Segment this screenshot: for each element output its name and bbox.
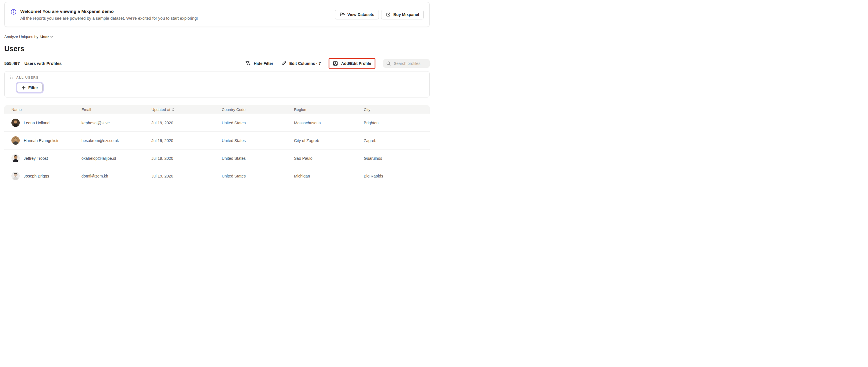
view-datasets-button[interactable]: View Datasets xyxy=(335,10,379,20)
table-row[interactable]: Leona Holland kephesaj@si.ve Jul 19, 202… xyxy=(4,114,430,132)
table-body: Leona Holland kephesaj@si.ve Jul 19, 202… xyxy=(4,114,430,183)
cell-email: hesakrem@ezi.co.uk xyxy=(82,138,151,143)
search-profiles-box[interactable] xyxy=(383,59,430,68)
column-header-city[interactable]: City xyxy=(364,108,430,112)
banner-title: Welcome! You are viewing a Mixpanel demo xyxy=(20,9,198,14)
table-header-row: Name Email Updated at Country Code Regio… xyxy=(4,105,430,114)
external-link-icon xyxy=(386,12,391,17)
analyze-by-label: Analyze Uniques by xyxy=(4,35,38,39)
cell-updated-at: Jul 19, 2020 xyxy=(151,121,222,125)
hide-filter-button[interactable]: Hide Filter xyxy=(245,61,273,66)
folder-icon xyxy=(339,12,345,17)
cell-updated-at: Jul 19, 2020 xyxy=(151,156,222,161)
search-profiles-input[interactable] xyxy=(394,61,427,66)
banner-subtitle: All the reports you see are powered by a… xyxy=(20,16,198,21)
profiles-count: 555,497 xyxy=(4,61,20,66)
annotation-box: Add/Edit Profile xyxy=(329,58,375,69)
cell-name: Joseph Briggs xyxy=(24,174,49,178)
column-header-email[interactable]: Email xyxy=(82,108,151,112)
cell-updated-at: Jul 19, 2020 xyxy=(151,138,222,143)
cell-city: Guarulhos xyxy=(364,156,430,161)
buy-mixpanel-label: Buy Mixpanel xyxy=(394,12,419,17)
cell-region: Michigan xyxy=(294,174,364,178)
table-row[interactable]: Joseph Briggs domfi@zem.kh Jul 19, 2020 … xyxy=(4,167,430,183)
buy-mixpanel-button[interactable]: Buy Mixpanel xyxy=(381,10,424,20)
cell-city: Zagreb xyxy=(364,138,430,143)
column-header-region[interactable]: Region xyxy=(294,108,364,112)
plus-icon xyxy=(22,86,26,90)
analyze-by-selector[interactable]: User xyxy=(40,35,54,39)
cell-email: domfi@zem.kh xyxy=(82,174,151,178)
view-datasets-label: View Datasets xyxy=(347,12,374,17)
filter-button-focus-ring: Filter xyxy=(16,82,44,93)
edit-columns-button[interactable]: Edit Columns · 7 xyxy=(281,61,321,66)
cell-country-code: United States xyxy=(222,121,294,125)
profiles-toolbar: Hide Filter Edit Columns · 7 xyxy=(245,58,430,69)
profile-card-icon xyxy=(333,61,338,66)
column-header-updated-at[interactable]: Updated at xyxy=(151,108,222,112)
group-label: ALL USERS xyxy=(16,76,38,79)
cell-updated-at: Jul 19, 2020 xyxy=(151,174,222,178)
table-row[interactable]: Hannah Evangelisti hesakrem@ezi.co.uk Ju… xyxy=(4,132,430,150)
search-icon xyxy=(386,61,391,66)
edit-columns-label: Edit Columns · 7 xyxy=(289,61,321,66)
drag-handle-icon[interactable] xyxy=(10,75,13,80)
page-title: Users xyxy=(4,44,430,53)
cell-email: kephesaj@si.ve xyxy=(82,121,151,125)
info-icon xyxy=(10,9,17,15)
cell-email: okahelop@lalijpe.sl xyxy=(82,156,151,161)
sort-icon xyxy=(172,108,174,111)
cell-country-code: United States xyxy=(222,174,294,178)
avatar xyxy=(11,154,20,162)
avatar xyxy=(11,172,20,180)
cell-name: Jeffrey Troost xyxy=(24,156,48,161)
avatar xyxy=(11,119,20,127)
profiles-table: Name Email Updated at Country Code Regio… xyxy=(4,105,430,183)
column-header-name[interactable]: Name xyxy=(11,108,82,112)
cell-name: Leona Holland xyxy=(24,121,50,125)
add-filter-label: Filter xyxy=(28,86,38,90)
cell-region: Massachusetts xyxy=(294,121,364,125)
cell-country-code: United States xyxy=(222,156,294,161)
cell-city: Big Rapids xyxy=(364,174,430,178)
cell-region: City of Zagreb xyxy=(294,138,364,143)
filter-panel: ALL USERS Filter xyxy=(4,71,430,97)
column-header-country-code[interactable]: Country Code xyxy=(222,108,294,112)
table-row[interactable]: Jeffrey Troost okahelop@lalijpe.sl Jul 1… xyxy=(4,150,430,167)
add-edit-profile-label: Add/Edit Profile xyxy=(341,61,371,66)
add-edit-profile-button[interactable]: Add/Edit Profile xyxy=(333,61,371,66)
cell-city: Brighton xyxy=(364,121,430,125)
avatar xyxy=(11,136,20,145)
pencil-icon xyxy=(281,61,286,66)
cell-region: Sao Paulo xyxy=(294,156,364,161)
cell-name: Hannah Evangelisti xyxy=(24,138,58,143)
hide-filter-label: Hide Filter xyxy=(254,61,273,66)
analyze-by-value: User xyxy=(40,35,49,39)
chevron-down-icon xyxy=(50,36,54,38)
welcome-banner: Welcome! You are viewing a Mixpanel demo… xyxy=(4,2,430,27)
funnel-plus-icon xyxy=(245,61,251,66)
add-filter-button[interactable]: Filter xyxy=(17,83,42,92)
profiles-count-label: Users with Profiles xyxy=(24,61,62,66)
breadcrumb: Analyze Uniques by User xyxy=(4,35,430,39)
cell-country-code: United States xyxy=(222,138,294,143)
